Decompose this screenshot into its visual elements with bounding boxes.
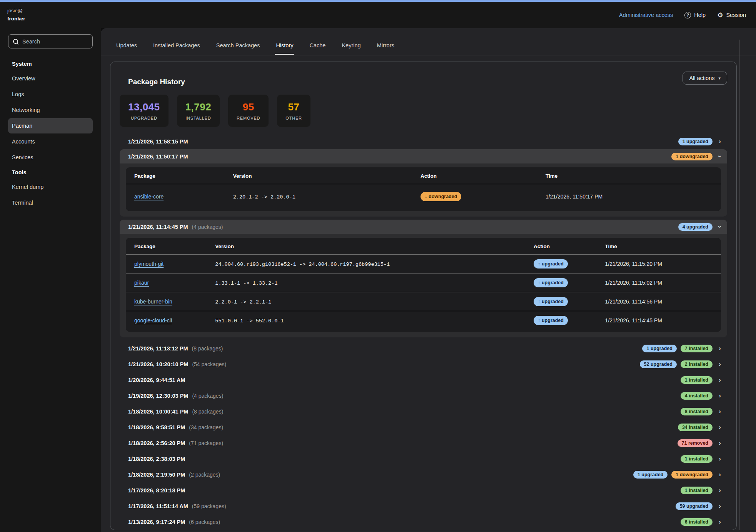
history-row-label: 1/18/2026, 2:38:03 PM	[128, 456, 185, 462]
sidebar-item-accounts[interactable]: Accounts	[8, 134, 93, 149]
history-row-badges: 1 upgraded7 installed›	[642, 345, 723, 352]
search-icon	[13, 39, 18, 44]
action-badge-downgraded: ↓downgraded	[421, 192, 461, 201]
history-row[interactable]: 1/21/2026, 10:20:10 PM(54 packages)52 up…	[120, 356, 727, 372]
history-row-label: 1/21/2026, 10:20:10 PM(54 packages)	[128, 361, 226, 367]
history-row[interactable]: 1/17/2026, 11:51:14 AM(59 packages)59 up…	[120, 498, 727, 514]
history-package-count: (8 packages)	[192, 409, 223, 415]
history-package-count: (71 packages)	[189, 440, 223, 446]
history-row[interactable]: 1/19/2026, 12:30:03 PM(4 packages)4 inst…	[120, 388, 727, 404]
administrative-access-link[interactable]: Administrative access	[619, 12, 673, 18]
stat-value: 13,045	[128, 101, 160, 113]
history-date: 1/18/2026, 9:58:51 PM	[128, 424, 185, 430]
sidebar-item-logs[interactable]: Logs	[8, 87, 93, 102]
history-date: 1/17/2026, 8:20:18 PM	[128, 487, 185, 494]
sidebar-item-terminal[interactable]: Terminal	[8, 195, 93, 210]
chevron-right-icon: ›	[716, 377, 723, 383]
package-time: 1/21/2026, 11:14:56 PM	[602, 292, 721, 311]
column-header-package: Package	[126, 238, 212, 255]
scrollbar[interactable]	[739, 40, 739, 530]
sidebar-group-heading: System	[8, 57, 93, 71]
history-row[interactable]: 1/20/2026, 9:44:51 AM1 installed›	[120, 372, 727, 388]
history-date: 1/21/2026, 11:50:17 PM	[128, 153, 188, 160]
package-link[interactable]: ansible-core	[134, 193, 164, 200]
sidebar-search[interactable]	[8, 34, 93, 48]
sidebar-item-networking[interactable]: Networking	[8, 102, 93, 118]
count-badge-installed: 4 installed	[681, 392, 713, 400]
tab-keyring[interactable]: Keyring	[341, 42, 361, 55]
history-row-header[interactable]: 1/21/2026, 11:14:45 PM(4 packages)4 upgr…	[120, 220, 727, 234]
history-date: 1/18/2026, 10:00:41 PM	[128, 409, 188, 415]
count-badge-upgraded: 59 upgraded	[676, 502, 713, 510]
history-row[interactable]: 1/17/2026, 8:20:18 PM1 installed›	[120, 482, 727, 498]
all-actions-dropdown[interactable]: All actions ▾	[683, 72, 727, 85]
search-input[interactable]	[22, 38, 88, 45]
help-icon: ?	[684, 12, 691, 18]
action-label: upgraded	[542, 261, 564, 267]
sidebar-item-overview[interactable]: Overview	[8, 71, 93, 86]
history-package-count: (2 packages)	[189, 472, 220, 478]
chevron-right-icon: ›	[716, 138, 723, 145]
count-badge-installed: 1 installed	[681, 455, 713, 463]
table-row: google-cloud-cli551.0.0-1 -> 552.0.0-1↑u…	[126, 311, 721, 330]
tab-updates[interactable]: Updates	[115, 42, 138, 55]
history-row-badges: 6 installed›	[681, 518, 723, 526]
history-date: 1/13/2026, 9:17:24 PM	[128, 519, 185, 525]
action-label: downgraded	[429, 194, 457, 199]
sidebar-item-kernel-dump[interactable]: Kernel dump	[8, 179, 93, 195]
history-date: 1/17/2026, 11:51:14 AM	[128, 503, 188, 509]
count-badge-upgraded: 52 upgraded	[640, 360, 677, 368]
history-row[interactable]: 1/13/2026, 9:17:24 PM(6 packages)6 insta…	[120, 514, 727, 530]
masthead: josie@ fronker Administrative access ? H…	[0, 2, 756, 28]
history-row[interactable]: 1/18/2026, 2:38:03 PM1 installed›	[120, 451, 727, 467]
chevron-right-icon: ›	[716, 440, 723, 446]
history-row-label: 1/18/2026, 2:19:50 PM(2 packages)	[128, 472, 220, 478]
action-badge-upgraded: ↑upgraded	[534, 297, 568, 306]
sidebar: SystemOverviewLogsNetworkingPacmanAccoun…	[0, 28, 101, 532]
history-row[interactable]: 1/18/2026, 2:19:50 PM(2 packages)1 upgra…	[120, 467, 727, 482]
sidebar-group-heading: Tools	[8, 165, 93, 179]
session-menu[interactable]: ⚙ Session	[717, 12, 746, 18]
chevron-right-icon: ›	[716, 503, 723, 509]
package-link[interactable]: plymouth-git	[134, 261, 164, 267]
history-row-label: 1/21/2026, 11:14:45 PM(4 packages)	[128, 224, 223, 230]
history-row-label: 1/20/2026, 9:44:51 AM	[128, 377, 185, 383]
chevron-right-icon: ›	[716, 519, 723, 525]
table-row: pikaur1.33.1-1 -> 1.33.2-1↑upgraded1/21/…	[126, 274, 721, 292]
history-row[interactable]: 1/18/2026, 2:56:20 PM(71 packages)71 rem…	[120, 435, 727, 451]
history-row-label: 1/17/2026, 8:20:18 PM	[128, 487, 185, 494]
tab-mirrors[interactable]: Mirrors	[376, 42, 395, 55]
history-row-expanded: 1/21/2026, 11:14:45 PM(4 packages)4 upgr…	[120, 220, 727, 337]
history-row[interactable]: 1/21/2026, 11:13:12 PM(8 packages)1 upgr…	[120, 340, 727, 356]
history-row[interactable]: 1/21/2026, 11:58:15 PM1 upgraded›	[120, 133, 727, 149]
count-badge-downgraded: 1 downgraded	[671, 471, 713, 479]
column-header-time: Time	[542, 168, 721, 184]
history-date: 1/18/2026, 2:38:03 PM	[128, 456, 185, 462]
tab-cache[interactable]: Cache	[309, 42, 327, 55]
tab-history[interactable]: History	[275, 42, 294, 55]
help-menu[interactable]: ? Help	[684, 12, 706, 18]
history-row-label: 1/21/2026, 11:58:15 PM	[128, 138, 188, 145]
history-row[interactable]: 1/13/2026, 11:56:06 AM(4 packages)4 inst…	[120, 530, 727, 530]
history-row-badges: 4 upgraded›	[678, 223, 723, 231]
history-row-label: 1/18/2026, 9:58:51 PM(34 packages)	[128, 424, 223, 430]
sidebar-item-pacman[interactable]: Pacman	[8, 118, 93, 133]
history-row-label: 1/17/2026, 11:51:14 AM(59 packages)	[128, 503, 226, 509]
package-link[interactable]: pikaur	[134, 280, 149, 286]
history-row-badges: 52 upgraded2 installed›	[640, 360, 723, 368]
history-row-badges: 1 upgraded1 downgraded›	[633, 471, 723, 479]
history-row-header[interactable]: 1/21/2026, 11:50:17 PM1 downgraded›	[120, 149, 727, 163]
history-row[interactable]: 1/18/2026, 9:58:51 PM(34 packages)34 ins…	[120, 419, 727, 435]
sidebar-item-services[interactable]: Services	[8, 150, 93, 165]
package-link[interactable]: google-cloud-cli	[134, 317, 172, 324]
tab-search-packages[interactable]: Search Packages	[215, 42, 261, 55]
column-header-time: Time	[602, 238, 721, 255]
tab-installed-packages[interactable]: Installed Packages	[152, 42, 201, 55]
package-link[interactable]: kube-burner-bin	[134, 299, 172, 305]
history-package-count: (59 packages)	[192, 503, 226, 509]
table-row: plymouth-git24.004.60.r193.g10316e52-1 -…	[126, 255, 721, 274]
history-row[interactable]: 1/18/2026, 10:00:41 PM(8 packages)8 inst…	[120, 404, 727, 419]
history-package-count: (4 packages)	[192, 224, 223, 230]
stat-card-other: 57OTHER	[277, 95, 310, 127]
all-actions-label: All actions	[689, 75, 714, 81]
